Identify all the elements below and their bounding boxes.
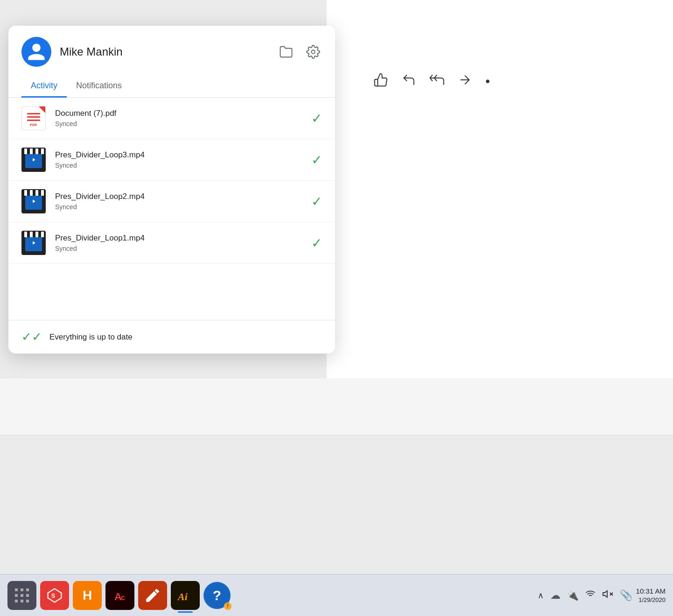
sync-check-2: ✓ [311,194,322,209]
svg-text:S: S [51,593,55,599]
file-info-video3: Pres_Divider_Loop1.mp4 Synced [55,234,306,252]
taskbar-app-acrobat[interactable]: A c [105,581,134,610]
harvest-label: H [83,588,92,603]
video-file-icon-3 [21,231,46,255]
file-list: PDF Document (7).pdf Synced ✓ [8,98,335,320]
svg-rect-10 [26,588,29,591]
file-status-3: Synced [55,245,306,252]
sync-check-1: ✓ [311,152,322,168]
avatar [21,37,51,67]
file-name-0: Document (7).pdf [55,109,306,118]
file-item-video1[interactable]: Pres_Divider_Loop3.mp4 Synced ✓ [8,139,335,181]
volume-icon[interactable] [602,588,613,602]
taskbar-app-calculator[interactable] [7,581,36,610]
battery-icon[interactable]: 🔌 [567,590,579,601]
settings-button[interactable] [304,43,322,61]
paperclip-icon[interactable]: 📎 [620,589,632,602]
svg-rect-12 [21,594,23,597]
header-icons [277,43,322,61]
svg-text:Ai: Ai [177,591,188,602]
taskbar-app-sketchup[interactable]: S [40,581,69,610]
svg-rect-13 [26,594,29,597]
panel-header: Mike Mankin [8,26,335,74]
sync-check-0: ✓ [311,111,322,126]
file-status-1: Synced [55,162,306,169]
more-icon[interactable]: • [485,74,490,89]
svg-text:c: c [121,594,125,602]
sync-check-3: ✓ [311,235,322,251]
clock-date: 1/29/2020 [636,596,666,604]
taskbar: S H A c Ai [0,574,673,616]
svg-rect-8 [15,588,18,591]
background-content [0,378,673,434]
file-item-video2[interactable]: Pres_Divider_Loop2.mp4 Synced ✓ [8,181,335,222]
status-text: Everything is up to date [49,333,133,342]
svg-rect-9 [21,588,23,591]
file-item-video3[interactable]: Pres_Divider_Loop1.mp4 Synced ✓ [8,222,335,264]
file-name-2: Pres_Divider_Loop2.mp4 [55,192,306,201]
toolbar: • [373,72,490,90]
status-double-check-icon: ✓✓ [21,330,42,344]
file-info-pdf: Document (7).pdf Synced [55,109,306,127]
clock-time: 10:31 AM [636,586,666,596]
wifi-icon[interactable] [585,589,596,602]
tab-activity[interactable]: Activity [21,74,67,98]
file-name-3: Pres_Divider_Loop1.mp4 [55,234,306,243]
svg-marker-25 [603,591,607,597]
cloud-icon[interactable]: ☁ [550,589,561,602]
svg-rect-15 [21,600,23,602]
file-name-1: Pres_Divider_Loop3.mp4 [55,150,306,160]
chevron-up-icon[interactable]: ∧ [538,590,544,601]
svg-rect-14 [15,600,18,602]
file-info-video2: Pres_Divider_Loop2.mp4 Synced [55,192,306,211]
taskbar-app-marker[interactable] [138,581,167,610]
svg-rect-16 [26,600,29,602]
folder-button[interactable] [277,43,295,61]
user-name: Mike Mankin [60,45,277,58]
file-item-pdf[interactable]: PDF Document (7).pdf Synced ✓ [8,98,335,139]
taskbar-app-illustrator[interactable]: Ai [171,581,200,610]
document-area [327,0,673,383]
taskbar-apps: S H A c Ai [7,581,538,610]
video-file-icon-1 [21,148,46,172]
undo-all-icon[interactable] [429,72,444,90]
taskbar-app-help[interactable]: ? ! [203,582,231,609]
empty-space [8,264,335,320]
pdf-file-icon: PDF [21,106,46,130]
tabs: Activity Notifications [8,74,335,98]
system-tray: ∧ ☁ 🔌 📎 [538,588,632,602]
file-status-2: Synced [55,203,306,211]
status-bar: ✓✓ Everything is up to date [8,320,335,354]
activity-panel: Mike Mankin Activity Notifications [8,26,335,354]
redo-icon[interactable] [457,72,472,90]
svg-point-1 [311,50,315,54]
file-status-0: Synced [55,120,306,127]
video-file-icon-2 [21,189,46,213]
svg-rect-11 [15,594,18,597]
file-info-video1: Pres_Divider_Loop3.mp4 Synced [55,150,306,169]
undo-icon[interactable] [401,72,416,90]
thumbsup-icon[interactable] [373,72,388,90]
taskbar-clock: 10:31 AM 1/29/2020 [636,586,666,604]
tab-notifications[interactable]: Notifications [67,74,131,98]
taskbar-app-harvest[interactable]: H [73,581,102,610]
